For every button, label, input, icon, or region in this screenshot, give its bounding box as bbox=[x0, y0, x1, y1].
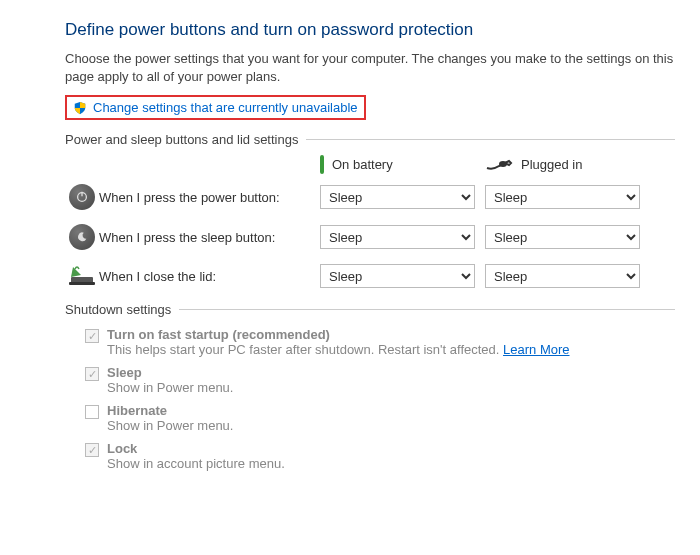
divider bbox=[306, 139, 675, 140]
sd-title-hibernate: Hibernate bbox=[107, 403, 233, 418]
shield-icon bbox=[73, 101, 87, 115]
plug-icon bbox=[485, 158, 513, 172]
sd-title-lock: Lock bbox=[107, 441, 285, 456]
row-close-lid-label: When I close the lid: bbox=[99, 269, 320, 284]
row-power-button-label: When I press the power button: bbox=[99, 190, 320, 205]
row-sleep-button: When I press the sleep button: Sleep Sle… bbox=[65, 224, 675, 250]
sd-sub-sleep: Show in Power menu. bbox=[107, 380, 233, 395]
sd-sub-lock: Show in account picture menu. bbox=[107, 456, 285, 471]
power-sleep-section: Power and sleep buttons and lid settings… bbox=[65, 132, 675, 288]
close-lid-battery-select[interactable]: Sleep bbox=[320, 264, 475, 288]
shutdown-section: Shutdown settings Turn on fast startup (… bbox=[65, 302, 675, 471]
checkbox-sleep bbox=[85, 367, 99, 381]
learn-more-link[interactable]: Learn More bbox=[503, 342, 569, 357]
sleep-button-plugged-select[interactable]: Sleep bbox=[485, 225, 640, 249]
close-lid-plugged-select[interactable]: Sleep bbox=[485, 264, 640, 288]
change-settings-link[interactable]: Change settings that are currently unava… bbox=[93, 100, 358, 115]
section-header-shutdown: Shutdown settings bbox=[65, 302, 179, 317]
sd-sub-fast-startup: This helps start your PC faster after sh… bbox=[107, 342, 570, 357]
divider bbox=[179, 309, 675, 310]
col-plugged-label: Plugged in bbox=[521, 157, 582, 172]
row-power-button: When I press the power button: Sleep Sle… bbox=[65, 184, 675, 210]
section-header-power: Power and sleep buttons and lid settings bbox=[65, 132, 306, 147]
sd-item-hibernate: Hibernate Show in Power menu. bbox=[85, 403, 675, 433]
checkbox-hibernate bbox=[85, 405, 99, 419]
row-sleep-button-label: When I press the sleep button: bbox=[99, 230, 320, 245]
power-button-icon bbox=[69, 184, 95, 210]
power-button-battery-select[interactable]: Sleep bbox=[320, 185, 475, 209]
sleep-button-battery-select[interactable]: Sleep bbox=[320, 225, 475, 249]
column-headers: On battery Plugged in bbox=[65, 157, 675, 172]
battery-icon bbox=[320, 157, 324, 172]
svg-point-0 bbox=[499, 161, 507, 167]
svg-rect-4 bbox=[69, 282, 95, 285]
power-button-plugged-select[interactable]: Sleep bbox=[485, 185, 640, 209]
lid-icon bbox=[67, 265, 97, 287]
sd-item-fast-startup: Turn on fast startup (recommended) This … bbox=[85, 327, 675, 357]
page-description: Choose the power settings that you want … bbox=[65, 50, 675, 85]
sleep-button-icon bbox=[69, 224, 95, 250]
change-settings-highlight: Change settings that are currently unava… bbox=[65, 95, 366, 120]
checkbox-lock bbox=[85, 443, 99, 457]
sd-sub-hibernate: Show in Power menu. bbox=[107, 418, 233, 433]
sd-title-sleep: Sleep bbox=[107, 365, 233, 380]
page-title: Define power buttons and turn on passwor… bbox=[65, 20, 675, 40]
row-close-lid: When I close the lid: Sleep Sleep bbox=[65, 264, 675, 288]
col-battery-label: On battery bbox=[332, 157, 393, 172]
sd-item-lock: Lock Show in account picture menu. bbox=[85, 441, 675, 471]
checkbox-fast-startup bbox=[85, 329, 99, 343]
sd-title-fast-startup: Turn on fast startup (recommended) bbox=[107, 327, 570, 342]
sd-item-sleep: Sleep Show in Power menu. bbox=[85, 365, 675, 395]
